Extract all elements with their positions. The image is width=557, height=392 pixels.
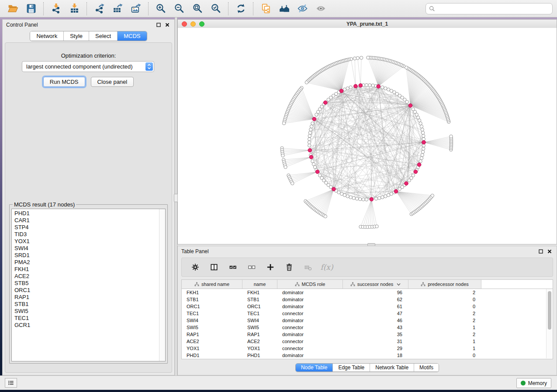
search-box[interactable]: [426, 3, 553, 14]
cell-shared-name[interactable]: YOX1: [182, 346, 242, 351]
cell-name[interactable]: SWI5: [242, 325, 277, 330]
mcds-result-node[interactable]: PHD1: [12, 210, 159, 217]
mcds-result-node[interactable]: YOX1: [12, 238, 159, 245]
network-window-titlebar[interactable]: YPA_prune.txt_1: [178, 20, 557, 28]
cell-name[interactable]: RAP1: [242, 332, 277, 337]
open-file-button[interactable]: [5, 2, 21, 16]
cell-MCDS-role[interactable]: dominator: [277, 297, 343, 302]
cell-successor-nodes[interactable]: 43: [343, 325, 408, 330]
gear-button[interactable]: [190, 262, 200, 272]
tab-mcds[interactable]: MCDS: [117, 31, 146, 41]
cell-MCDS-role[interactable]: connector: [277, 346, 343, 351]
tab-style[interactable]: Style: [63, 31, 89, 41]
cell-shared-name[interactable]: SWI4: [182, 318, 242, 323]
tab-motifs[interactable]: Motifs: [414, 364, 439, 371]
cell-MCDS-role[interactable]: dominator: [277, 332, 343, 337]
tab-node-table[interactable]: Node Table: [296, 364, 333, 371]
cell-successor-nodes[interactable]: 18: [343, 353, 408, 358]
float-panel-icon[interactable]: [155, 21, 162, 28]
float-table-panel-icon[interactable]: [537, 248, 544, 255]
table-row-ACE2[interactable]: ACE2ACE2connector311: [182, 338, 553, 345]
search-input[interactable]: [435, 4, 552, 13]
cell-successor-nodes[interactable]: 29: [343, 346, 408, 351]
cell-successor-nodes[interactable]: 47: [343, 311, 408, 316]
column-header-predecessor-nodes[interactable]: predecessor nodes: [408, 280, 481, 289]
cell-predecessor-nodes[interactable]: 0: [408, 353, 481, 358]
tab-network-table[interactable]: Network Table: [370, 364, 414, 371]
cell-MCDS-role[interactable]: connector: [277, 325, 343, 330]
column-header-name[interactable]: name: [242, 280, 277, 289]
cell-successor-nodes[interactable]: 96: [343, 290, 408, 295]
function-builder-button[interactable]: f(x): [322, 262, 332, 272]
cell-predecessor-nodes[interactable]: 1: [408, 339, 481, 344]
mcds-result-node[interactable]: STP4: [12, 224, 159, 231]
zoom-fit-button[interactable]: [190, 2, 205, 16]
cell-successor-nodes[interactable]: 61: [343, 304, 408, 309]
memory-button[interactable]: Memory: [516, 378, 551, 388]
select-all-columns-button[interactable]: [228, 262, 238, 272]
cell-MCDS-role[interactable]: dominator: [277, 318, 343, 323]
mcds-result-node[interactable]: SWI4: [12, 245, 159, 252]
optimization-criterion-select[interactable]: largest connected component (undirected): [22, 61, 154, 72]
table-row-ORC1[interactable]: ORC1ORC1dominator610: [182, 303, 553, 310]
task-history-button[interactable]: [5, 378, 17, 388]
hide-details-button[interactable]: [294, 2, 310, 16]
cell-shared-name[interactable]: PHD1: [182, 353, 242, 358]
mcds-result-node[interactable]: STB1: [12, 301, 159, 308]
mcds-result-node[interactable]: ACE2: [12, 273, 159, 280]
refresh-network-button[interactable]: [233, 2, 249, 16]
mcds-result-node[interactable]: FKH1: [12, 266, 159, 273]
cell-successor-nodes[interactable]: 35: [343, 332, 408, 337]
column-chooser-button[interactable]: [209, 262, 219, 272]
cell-name[interactable]: TEC1: [242, 311, 277, 316]
mcds-result-node[interactable]: GCR1: [12, 322, 159, 329]
cell-predecessor-nodes[interactable]: 2: [408, 290, 481, 295]
cell-shared-name[interactable]: TEC1: [182, 311, 242, 316]
mcds-result-node[interactable]: PMA2: [12, 259, 159, 266]
mcds-result-list[interactable]: PHD1CAR1STP4TID3YOX1SWI4SRD1PMA2FKH1ACE2…: [11, 209, 166, 361]
cell-predecessor-nodes[interactable]: 0: [408, 297, 481, 302]
mcds-result-node[interactable]: TID3: [12, 231, 159, 238]
cell-predecessor-nodes[interactable]: 2: [408, 311, 481, 316]
zoom-in-button[interactable]: [153, 2, 169, 16]
cell-predecessor-nodes[interactable]: 0: [408, 304, 481, 309]
home-networks-button[interactable]: [276, 2, 292, 16]
table-row-SWI4[interactable]: SWI4SWI4dominator462: [182, 317, 553, 324]
table-row-STB1[interactable]: STB1STB1dominator620: [182, 296, 553, 303]
cell-shared-name[interactable]: ORC1: [182, 304, 242, 309]
import-network-button[interactable]: [48, 2, 64, 16]
cell-predecessor-nodes[interactable]: 2: [408, 318, 481, 323]
cell-predecessor-nodes[interactable]: 1: [408, 346, 481, 351]
table-row-SWI5[interactable]: SWI5SWI5connector431: [182, 324, 553, 331]
delete-column-button[interactable]: [284, 262, 294, 272]
column-header-successor-nodes[interactable]: successor nodes: [343, 280, 408, 289]
cell-shared-name[interactable]: ACE2: [182, 339, 242, 344]
network-canvas[interactable]: [178, 28, 557, 244]
delete-table-button[interactable]: [303, 262, 313, 272]
column-header-MCDS-role[interactable]: MCDS role: [277, 280, 343, 289]
zoom-selected-button[interactable]: [208, 2, 224, 16]
cell-MCDS-role[interactable]: dominator: [277, 304, 343, 309]
mcds-result-node[interactable]: SRD1: [12, 252, 159, 259]
cell-name[interactable]: SWI4: [242, 318, 277, 323]
export-image-button[interactable]: [128, 2, 144, 16]
tab-edge-table[interactable]: Edge Table: [332, 364, 370, 371]
cell-name[interactable]: FKH1: [242, 290, 277, 295]
cell-predecessor-nodes[interactable]: 1: [408, 325, 481, 330]
cell-shared-name[interactable]: FKH1: [182, 290, 242, 295]
cell-MCDS-role[interactable]: connector: [277, 339, 343, 344]
clone-network-button[interactable]: [258, 2, 273, 16]
cell-name[interactable]: PHD1: [242, 353, 277, 358]
table-row-YOX1[interactable]: YOX1YOX1connector291: [182, 345, 553, 352]
cell-MCDS-role[interactable]: dominator: [277, 353, 343, 358]
save-session-button[interactable]: [23, 2, 39, 16]
cell-MCDS-role[interactable]: dominator: [277, 290, 343, 295]
cell-name[interactable]: YOX1: [242, 346, 277, 351]
mcds-result-node[interactable]: SWI5: [12, 308, 159, 315]
import-table-button[interactable]: [66, 2, 82, 16]
export-table-button[interactable]: [110, 2, 125, 16]
mcds-result-node[interactable]: STB5: [12, 280, 159, 287]
add-column-button[interactable]: [266, 262, 275, 272]
mcds-result-scrollbar[interactable]: [159, 209, 165, 361]
mcds-result-node[interactable]: TEC1: [12, 315, 159, 322]
